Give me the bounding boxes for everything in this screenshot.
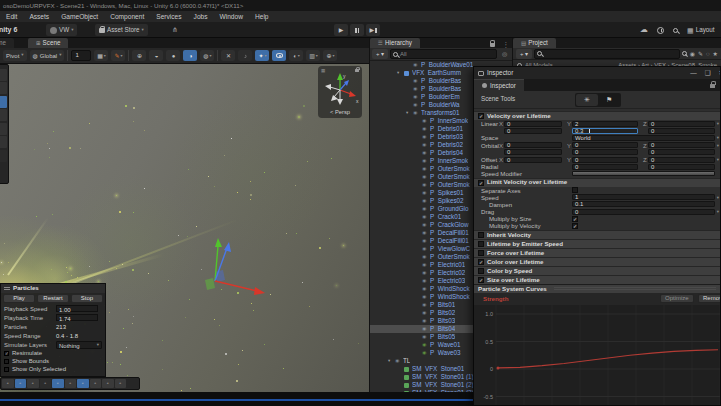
module-checkbox[interactable] xyxy=(478,250,484,256)
add-asset-button[interactable]: + ▾ xyxy=(516,49,532,59)
menu-edit[interactable]: Edit xyxy=(0,11,23,22)
overlay-tool-button-6[interactable]: ◦ xyxy=(65,379,77,388)
field-value-z[interactable]: 0 xyxy=(648,128,715,134)
module-header-inherit-velocity[interactable]: Inherit Velocity xyxy=(474,230,720,239)
tab-project[interactable]: ▤ Project xyxy=(513,38,556,48)
pivot-mode-dropdown[interactable]: Pivot▾ xyxy=(3,50,27,61)
field-value-x[interactable]: 0 xyxy=(504,128,562,134)
chevron-down-icon[interactable]: ▾ xyxy=(717,142,719,149)
emitter-tool-toggle[interactable]: ⚑ xyxy=(598,94,620,106)
tools-overlay-button-5[interactable] xyxy=(0,123,7,135)
curve-preview-bar[interactable] xyxy=(572,171,715,176)
optimize-button[interactable]: Optimize xyxy=(660,294,694,303)
tools-overlay-button-2[interactable] xyxy=(0,82,7,94)
field-orbital-z[interactable]: 0 xyxy=(648,142,715,148)
checkbox[interactable] xyxy=(4,359,9,364)
module-header-limit-velocity-over-lifetime[interactable]: ✓Limit Velocity over Lifetime xyxy=(474,178,720,187)
field-space[interactable]: World xyxy=(572,135,715,141)
checkbox[interactable] xyxy=(4,367,9,372)
play-button[interactable]: ▶ xyxy=(334,24,348,36)
field-drag[interactable]: 0 xyxy=(572,209,715,215)
overlay-tool-button-2[interactable]: ◦ xyxy=(15,379,27,388)
chevron-down-icon[interactable]: ▾ xyxy=(717,120,719,127)
field-linear-z[interactable]: 0 xyxy=(648,121,715,127)
overlay-toggle-resimulate[interactable]: ✓Resimulate xyxy=(1,349,105,357)
tab-scene[interactable]: ⊞ Scene xyxy=(28,38,68,48)
module-checkbox[interactable]: ✓ xyxy=(478,259,484,265)
overlay-tool-button-3[interactable]: ◦ xyxy=(27,379,39,388)
simulate-layers-dropdown[interactable]: Nothing ▾ xyxy=(56,341,102,349)
user-icon[interactable]: ◉ xyxy=(690,51,695,57)
account-dropdown[interactable]: VW ▾ xyxy=(46,24,77,36)
curve-editor[interactable]: 1.00.50-0.5 xyxy=(474,305,720,406)
audio-dropdown[interactable]: ◍▾ xyxy=(200,50,214,61)
menu-services[interactable]: Services xyxy=(150,11,187,22)
scene-viewport[interactable]: ▦ y x < Persp xyxy=(0,64,369,392)
scene-orientation-gizmo[interactable]: ▦ y x < Persp xyxy=(318,66,362,118)
lock-icon[interactable] xyxy=(710,84,715,88)
overlay-tool-button-5[interactable]: ◦ xyxy=(52,379,64,388)
asset-store-dropdown[interactable]: Asset Store ▾ xyxy=(95,24,148,36)
skybox-toggle-button[interactable]: ◒ xyxy=(149,50,163,61)
overlay-tool-button-4[interactable]: ◦ xyxy=(40,379,52,388)
module-header-color-by-speed[interactable]: Color by Speed xyxy=(474,266,720,275)
minimize-button[interactable]: — xyxy=(690,67,697,79)
version-control-icon[interactable]: ⋔ xyxy=(172,22,178,38)
field-linear-x[interactable]: 0 xyxy=(504,121,562,127)
overlay-tool-button-8[interactable]: ◦ xyxy=(90,379,102,388)
field-value-y[interactable]: 0.3 xyxy=(572,128,638,134)
module-checkbox[interactable]: ✓ xyxy=(478,180,484,186)
tab-inspector[interactable]: Inspector xyxy=(474,79,524,91)
gizmos-dropdown[interactable]: ⊕▾ xyxy=(323,50,337,61)
tools-overlay-button-6[interactable] xyxy=(0,136,7,148)
cloud-icon[interactable]: ☁ xyxy=(640,26,648,34)
overlay-tool-button-1[interactable]: ◦ xyxy=(2,379,14,388)
grid-snap-size-field[interactable]: 1 xyxy=(71,50,91,61)
tools-overlay-button-3[interactable] xyxy=(0,96,7,108)
checkbox-separate-axes[interactable] xyxy=(572,187,578,193)
field-offset-x[interactable]: 0 xyxy=(504,157,562,163)
scene-visibility-button[interactable] xyxy=(272,50,286,61)
overlay-toggle-show-only-selected[interactable]: Show Only Selected xyxy=(1,365,105,373)
project-search-input[interactable] xyxy=(534,49,680,59)
field-offset-y[interactable]: 0 xyxy=(572,157,638,163)
particles-stop-button[interactable]: Stop xyxy=(71,294,103,303)
tab-game[interactable]: Game xyxy=(0,38,14,48)
particle-gizmo-toggle[interactable]: ✳ xyxy=(576,94,598,106)
particles-overlay-header[interactable]: Particles xyxy=(1,284,105,293)
layout-dropdown[interactable]: ▦ Layout xyxy=(687,27,721,34)
menu-assets[interactable]: Assets xyxy=(23,11,55,22)
module-header-color-over-lifetime[interactable]: ✓Color over Lifetime xyxy=(474,257,720,266)
shaded-mode-button[interactable]: ⊕ xyxy=(132,50,146,61)
lighting-toggle-button[interactable]: ◑ xyxy=(183,50,197,61)
edit-icon[interactable]: ✎ xyxy=(698,51,703,57)
field-offset-z[interactable]: 0 xyxy=(648,157,715,163)
search-icon[interactable] xyxy=(673,28,678,33)
module-header-size-over-lifetime[interactable]: ✓Size over Lifetime xyxy=(474,275,720,284)
field-value-x[interactable]: 0 xyxy=(504,149,562,155)
search-icon[interactable] xyxy=(682,51,687,56)
tab-hierarchy[interactable]: ☰ Hierarchy xyxy=(370,38,420,48)
overlay-toggle-show-bounds[interactable]: Show Bounds xyxy=(1,357,105,365)
handle-orientation-dropdown[interactable]: ◍Global▾ xyxy=(30,50,65,61)
module-checkbox[interactable] xyxy=(478,241,484,247)
module-checkbox[interactable]: ✓ xyxy=(478,113,484,119)
step-button[interactable]: ▶ xyxy=(366,24,380,36)
checkbox-multiply-by-velocity[interactable]: ✓ xyxy=(572,223,578,229)
module-checkbox[interactable] xyxy=(478,232,484,238)
menu-jobs[interactable]: Jobs xyxy=(188,11,214,22)
menu-component[interactable]: Component xyxy=(104,11,150,22)
overlay-tool-button-7[interactable]: ◦ xyxy=(77,379,89,388)
overlay-value-playback-speed[interactable]: 1.00 xyxy=(56,305,98,312)
checkbox[interactable]: ✓ xyxy=(4,351,9,356)
chevron-down-icon[interactable]: ▾ xyxy=(717,208,719,215)
field-radial-0[interactable]: 0 xyxy=(572,164,638,170)
curve-series-label[interactable]: Strength xyxy=(483,296,508,302)
star-icon[interactable]: ★ xyxy=(713,51,718,57)
field-orbital-x[interactable]: 0 xyxy=(504,142,562,148)
tools-overlay-button-7[interactable] xyxy=(0,150,7,162)
overlay-value-playback-time[interactable]: 1.74 xyxy=(56,314,98,321)
paint-tool-dropdown[interactable]: ✎▾ xyxy=(111,50,125,61)
particles-restart-button[interactable]: Restart xyxy=(37,294,69,303)
grid-visibility-dropdown[interactable]: ▦▾ xyxy=(94,50,108,61)
